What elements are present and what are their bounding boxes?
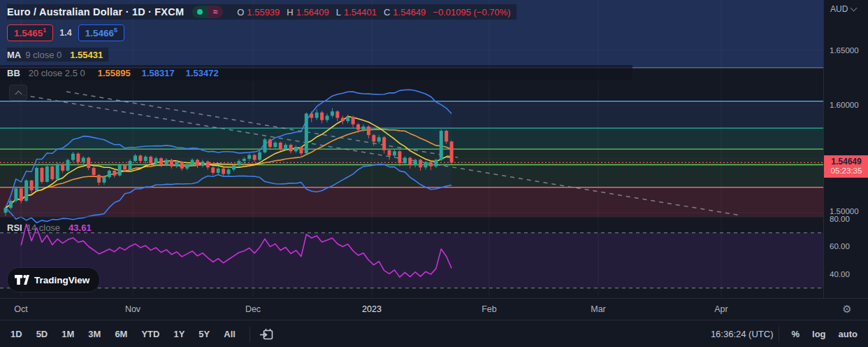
percent-scale-button[interactable]: % — [785, 326, 806, 342]
open-value: 1.55939 — [247, 7, 280, 17]
axis-price-label: 40.00 — [830, 270, 850, 278]
bb-upper-value: 1.58317 — [142, 68, 175, 78]
bb-params: 20 close 2.5 0 — [29, 68, 85, 78]
toolbar-divider-2 — [779, 327, 779, 342]
market-open-icon — [197, 9, 203, 15]
ma-name: MA — [7, 50, 21, 60]
quote-row: 1.54651 1.4 1.54665 — [7, 23, 124, 43]
rsi-indicator-row[interactable]: RSI 14 close 43.61 — [7, 221, 92, 234]
market-status-pill[interactable]: ≈ — [192, 6, 223, 18]
auto-scale-button[interactable]: auto — [832, 326, 864, 342]
time-scale[interactable]: ⚙ OctNovDec2023FebMarApr — [0, 298, 868, 320]
ma-indicator-row[interactable]: MA 9 close 0 1.55431 — [7, 48, 108, 62]
time-axis-label: Feb — [482, 304, 497, 314]
ma-params: 9 close 0 — [25, 50, 62, 60]
axis-price-label: 60.00 — [830, 242, 850, 250]
currency-label: AUD — [830, 4, 848, 14]
axis-price-label: 1.60000 — [830, 101, 859, 109]
calendar-arrow-icon — [260, 328, 274, 341]
tradingview-logo[interactable]: TradingView — [7, 267, 100, 292]
close-value: 1.54649 — [393, 7, 426, 17]
time-axis-label: 2023 — [362, 304, 382, 314]
tradingview-wordmark: TradingView — [34, 275, 89, 285]
range-button-5d[interactable]: 5D — [31, 326, 53, 342]
axis-price-label: 80.00 — [830, 215, 850, 223]
high-label: H — [287, 7, 293, 17]
bb-indicator-row[interactable]: BB 20 close 2.5 0 1.55895 1.58317 1.5347… — [0, 65, 632, 80]
price-scale[interactable]: AUD 1.54649 05:23:35 1.650001.600001.500… — [823, 0, 868, 298]
range-button-5y[interactable]: 5Y — [194, 326, 215, 342]
goto-date-button[interactable] — [257, 326, 277, 343]
last-price-value: 1.54649 — [824, 157, 868, 167]
rsi-params: 14 close — [27, 222, 60, 233]
range-button-1d[interactable]: 1D — [6, 326, 27, 342]
price-rsi-panes — [0, 0, 823, 298]
close-label: C — [384, 7, 390, 17]
bb-basis-value: 1.55895 — [98, 68, 131, 78]
time-axis-label: Oct — [14, 304, 27, 314]
tradingview-chart-app: Euro / Australian Dollar · 1D · FXCM ≈ O… — [0, 0, 868, 347]
range-buttons: 1D5D1M3M6MYTD1Y5YAll — [3, 326, 243, 342]
low-value: 1.54401 — [344, 7, 377, 17]
last-price-badge: 1.54649 05:23:35 — [824, 155, 868, 178]
chevron-down-icon — [851, 5, 858, 12]
gear-icon[interactable]: ⚙ — [840, 302, 854, 316]
axis-price-label: 1.65000 — [830, 46, 859, 55]
spread-value: 1.4 — [59, 28, 71, 38]
range-button-all[interactable]: All — [219, 326, 240, 342]
tradingview-logo-icon — [15, 275, 29, 285]
time-axis-label: Apr — [714, 304, 728, 314]
range-button-ytd[interactable]: YTD — [136, 326, 164, 342]
chevron-up-icon — [15, 90, 22, 97]
toolbar-divider — [249, 327, 250, 342]
bb-lower-value: 1.53472 — [186, 68, 219, 78]
range-button-1y[interactable]: 1Y — [168, 326, 189, 342]
change-value: −0.01095 (−0.70%) — [433, 7, 510, 17]
ma-value: 1.55431 — [70, 50, 103, 60]
range-button-6m[interactable]: 6M — [110, 326, 132, 342]
rsi-value: 43.61 — [68, 222, 92, 233]
bid-price-button[interactable]: 1.54651 — [7, 24, 53, 41]
bar-countdown: 05:23:35 — [824, 167, 868, 176]
range-button-1m[interactable]: 1M — [57, 326, 79, 342]
log-scale-button[interactable]: log — [806, 326, 832, 342]
range-button-3m[interactable]: 3M — [83, 326, 106, 342]
low-label: L — [336, 7, 341, 17]
time-axis-label: Dec — [245, 304, 261, 314]
delayed-data-icon: ≈ — [213, 8, 218, 16]
high-value: 1.56409 — [296, 7, 329, 17]
open-label: O — [237, 7, 244, 17]
ohlc-values: O 1.55939 H 1.56409 L 1.54401 C 1.54649 … — [233, 7, 510, 17]
bb-name: BB — [7, 68, 20, 78]
chart-canvas[interactable]: Euro / Australian Dollar · 1D · FXCM ≈ O… — [0, 0, 823, 298]
time-axis-label: Mar — [591, 304, 606, 314]
time-axis-label: Nov — [125, 304, 140, 314]
clock-utc[interactable]: 16:36:24 (UTC) — [711, 329, 774, 339]
axis-currency[interactable]: AUD — [830, 4, 856, 14]
symbol-legend-row: Euro / Australian Dollar · 1D · FXCM ≈ O… — [7, 4, 516, 20]
legend-collapse-button[interactable] — [9, 85, 27, 101]
symbol-title[interactable]: Euro / Australian Dollar · 1D · FXCM — [7, 6, 184, 17]
rsi-name: RSI — [7, 222, 22, 233]
bottom-toolbar: 1D5D1M3M6MYTD1Y5YAll 16:36:24 (UTC) % lo… — [0, 320, 868, 347]
ask-price-button[interactable]: 1.54665 — [78, 24, 124, 41]
